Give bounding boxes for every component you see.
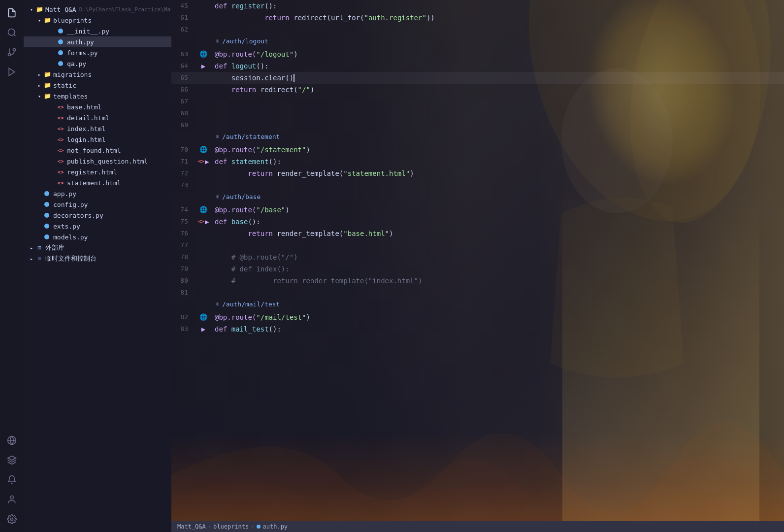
tree-label-index-html: index.html bbox=[67, 125, 105, 133]
tree-item-static[interactable]: ▸ 📁 static bbox=[24, 80, 171, 91]
search-icon[interactable] bbox=[3, 24, 21, 41]
py-file-icon bbox=[43, 222, 51, 230]
line-num: 74 bbox=[171, 204, 196, 216]
remote-icon[interactable] bbox=[3, 432, 21, 449]
line-num: 70 bbox=[171, 144, 196, 156]
git-icon[interactable] bbox=[3, 43, 21, 61]
svg-marker-5 bbox=[9, 68, 15, 76]
line-content: session.clear() bbox=[211, 72, 784, 84]
html-arrow-gutter: <>▶ bbox=[196, 156, 211, 167]
code-line-71: 71 <>▶ def statement(): bbox=[171, 156, 784, 167]
tree-label-matt-qa: Matt_Q&A bbox=[45, 6, 76, 13]
tree-item-publish-question-html[interactable]: ▾ <> publish_question.html bbox=[24, 156, 171, 166]
line-num: 76 bbox=[171, 228, 196, 239]
tree-item-exts-py[interactable]: ▾ exts.py bbox=[24, 221, 171, 232]
tree-item-index-html[interactable]: ▾ <> index.html bbox=[24, 123, 171, 134]
tree-item-detail-html[interactable]: ▾ <> detail.html bbox=[24, 112, 171, 123]
tree-item-scratch[interactable]: ▸ ≡ 临时文件和控制台 bbox=[24, 253, 171, 264]
line-num: 68 bbox=[171, 107, 196, 119]
line-content: # return render_template("index.html") bbox=[211, 275, 784, 287]
status-bar: Matt_Q&A › blueprints › auth.py bbox=[171, 521, 784, 532]
layers-icon[interactable] bbox=[3, 451, 21, 469]
section-comment-logout: ⁕/auth/logout bbox=[171, 35, 784, 47]
svg-line-1 bbox=[14, 34, 16, 36]
arrow-icon: ▶ bbox=[196, 60, 211, 72]
tree-item-init-py[interactable]: ▾ __init__.py bbox=[24, 26, 171, 36]
html-arrow-gutter: <>▶ bbox=[196, 216, 211, 228]
tree-item-not-found-html[interactable]: ▾ <> not_found.html bbox=[24, 145, 171, 156]
tree-label-detail-html: detail.html bbox=[67, 114, 109, 122]
tree-label-external-libs: 外部库 bbox=[45, 243, 65, 252]
py-file-icon bbox=[57, 60, 65, 67]
tree-item-base-html[interactable]: ▾ <> base.html bbox=[24, 101, 171, 112]
line-num: 79 bbox=[171, 263, 196, 275]
svg-point-9 bbox=[10, 496, 14, 499]
tree-item-external-libs[interactable]: ▸ ⊞ 外部库 bbox=[24, 242, 171, 253]
tree-label-templates: templates bbox=[53, 93, 88, 100]
folder-icon: 📁 bbox=[43, 16, 51, 24]
tree-item-config-py[interactable]: ▾ config.py bbox=[24, 199, 171, 210]
line-num: 72 bbox=[171, 167, 196, 179]
line-num: 65 bbox=[171, 72, 196, 84]
line-num: 61 bbox=[171, 12, 196, 24]
tree-label-base-html: base.html bbox=[67, 103, 101, 111]
html-file-icon: <> bbox=[57, 103, 65, 111]
tree-item-blueprints[interactable]: ▾ 📁 blueprints bbox=[24, 15, 171, 26]
line-content: return redirect("/") bbox=[211, 84, 784, 96]
tree-label-init-py: __init__.py bbox=[67, 28, 109, 35]
tree-label-register-html: register.html bbox=[67, 168, 117, 176]
account-icon[interactable] bbox=[3, 491, 21, 508]
svg-marker-8 bbox=[8, 456, 16, 460]
tree-item-auth-py[interactable]: ▾ auth.py bbox=[24, 36, 171, 47]
code-editor[interactable]: 45 def register(): 61 return redirect(ur… bbox=[171, 0, 784, 517]
run-icon[interactable] bbox=[3, 63, 21, 81]
tree-item-decorators-py[interactable]: ▾ decorators.py bbox=[24, 210, 171, 221]
globe-icon: 🌐 bbox=[196, 144, 211, 156]
code-line-75: 75 <>▶ def base(): bbox=[171, 216, 784, 228]
code-line-79: 79 # def index(): bbox=[171, 263, 784, 275]
tree-item-login-html[interactable]: ▾ <> login.html bbox=[24, 134, 171, 145]
tree-label-migrations: migrations bbox=[53, 71, 92, 78]
tree-item-statement-html[interactable]: ▾ <> statement.html bbox=[24, 177, 171, 188]
section-comment-base: ⁕/auth/base bbox=[171, 191, 784, 203]
files-icon[interactable] bbox=[3, 4, 21, 22]
external-libs-icon: ⊞ bbox=[35, 244, 43, 252]
tree-label-auth-py: auth.py bbox=[67, 38, 94, 46]
line-num: 67 bbox=[171, 96, 196, 107]
code-line-74: 74 🌐 @bp.route("/base") bbox=[171, 204, 784, 216]
svg-point-3 bbox=[13, 49, 16, 51]
chevron-right-icon: ▸ bbox=[35, 81, 43, 89]
code-line-82: 82 🌐 @bp.route("/mail/test") bbox=[171, 311, 784, 323]
tree-label-config-py: config.py bbox=[53, 201, 88, 208]
notification-icon[interactable] bbox=[3, 471, 21, 489]
tree-item-forms-py[interactable]: ▾ forms.py bbox=[24, 47, 171, 58]
tree-item-migrations[interactable]: ▸ 📁 migrations bbox=[24, 69, 171, 80]
folder-icon: 📁 bbox=[43, 70, 51, 78]
section-comment-statement: ⁕/auth/statement bbox=[171, 131, 784, 143]
breadcrumb-project: Matt_Q&A bbox=[177, 523, 206, 530]
folder-icon: 📁 bbox=[35, 5, 43, 13]
code-line-77: 77 bbox=[171, 239, 784, 251]
line-num: 64 bbox=[171, 60, 196, 72]
chevron-right-icon: ▸ bbox=[28, 244, 35, 252]
tree-item-qa-py[interactable]: ▾ qa.py bbox=[24, 58, 171, 69]
breadcrumb-blueprints: blueprints bbox=[213, 523, 249, 530]
tree-item-templates[interactable]: ▾ 📁 templates bbox=[24, 91, 171, 101]
settings-icon[interactable] bbox=[3, 510, 21, 528]
folder-icon: 📁 bbox=[43, 81, 51, 89]
tree-item-register-html[interactable]: ▾ <> register.html bbox=[24, 166, 171, 177]
chevron-down-icon: ▾ bbox=[35, 16, 43, 24]
tree-item-app-py[interactable]: ▾ app.py bbox=[24, 188, 171, 199]
chevron-right-icon: ▸ bbox=[28, 255, 35, 263]
tree-item-matt-qa[interactable]: ▾ 📁 Matt_Q&A D:\PyCharm\Flask_Practice\M… bbox=[24, 4, 171, 15]
line-num: 83 bbox=[171, 323, 196, 335]
py-file-icon bbox=[43, 211, 51, 219]
line-content: return redirect(url_for("auth.register")… bbox=[211, 12, 784, 24]
line-content: def mail_test(): bbox=[211, 323, 784, 335]
activity-bar bbox=[0, 0, 24, 532]
tree-item-models-py[interactable]: ▾ models.py bbox=[24, 232, 171, 242]
breadcrumb-sep-2: › bbox=[251, 523, 254, 530]
tree-label-app-py: app.py bbox=[53, 190, 76, 198]
section-label: ⁕/auth/mail/test bbox=[211, 299, 784, 310]
html-file-icon: <> bbox=[57, 135, 65, 143]
